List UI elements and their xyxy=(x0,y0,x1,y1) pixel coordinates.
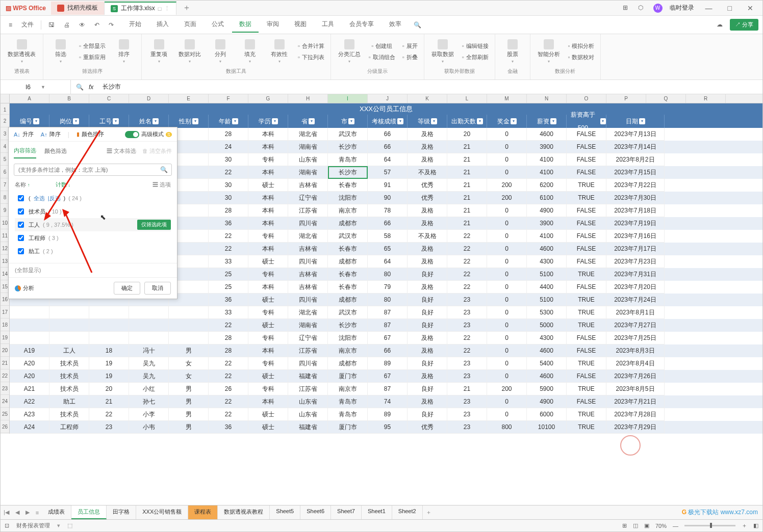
row-header-23[interactable]: 23 xyxy=(1,382,9,395)
cell[interactable]: 28 xyxy=(209,128,248,141)
cell[interactable]: 青岛市 xyxy=(328,408,368,421)
ribbon-数据透视表[interactable]: 数据透视表▾ xyxy=(4,36,40,67)
cell[interactable]: 5100 xyxy=(527,268,567,281)
cell[interactable]: 22 xyxy=(447,243,487,255)
cell[interactable] xyxy=(49,332,89,344)
avatar[interactable]: W xyxy=(653,4,663,13)
cell[interactable]: 95 xyxy=(368,421,408,434)
cell[interactable]: 20 xyxy=(89,383,129,395)
cell[interactable]: 23 xyxy=(447,294,487,306)
cell[interactable]: 80 xyxy=(368,268,408,281)
cancel-button[interactable]: 取消 xyxy=(144,282,171,295)
cell[interactable]: 91 xyxy=(368,179,408,192)
cell[interactable]: 技术员 xyxy=(49,357,89,370)
cell[interactable]: 武汉市 xyxy=(328,128,368,141)
cell[interactable]: 0 xyxy=(487,217,527,230)
cell[interactable]: 36 xyxy=(209,217,248,230)
cell[interactable]: 硕士 xyxy=(248,179,288,192)
row-header-2[interactable]: 2 xyxy=(1,115,9,127)
cell[interactable]: 本科 xyxy=(248,204,288,217)
cell[interactable]: 2023年7月23日 xyxy=(606,255,665,268)
cell[interactable]: 24 xyxy=(209,141,248,153)
cell[interactable]: FALSE xyxy=(567,243,606,255)
cell[interactable]: 优秀 xyxy=(408,421,447,434)
cell[interactable]: 57 xyxy=(368,166,408,179)
cell[interactable]: 67 xyxy=(368,332,408,344)
cell[interactable]: 湖南省 xyxy=(288,166,328,179)
cell[interactable]: 及格 xyxy=(408,255,447,268)
zoom-level[interactable]: 70% xyxy=(655,523,667,529)
menu-button[interactable]: ≡ xyxy=(5,19,16,31)
table-row[interactable]: 33专科湖北省武汉市87良好2305300TRUE2023年8月1日 xyxy=(10,306,762,319)
zoom-slider[interactable] xyxy=(684,525,735,526)
filter-item[interactable]: 工人 ( 9 , 37.5% )仅筛选此项 xyxy=(15,218,171,231)
cell[interactable]: 湖北省 xyxy=(288,128,328,141)
cell[interactable] xyxy=(10,332,49,344)
cell[interactable]: 80 xyxy=(368,294,408,306)
appstore-icon[interactable]: ⊞ xyxy=(623,4,631,12)
cell[interactable]: 66 xyxy=(368,217,408,230)
preview-icon[interactable]: 👁 xyxy=(75,19,89,31)
cell[interactable]: 女 xyxy=(169,357,209,370)
cell[interactable]: 厦门市 xyxy=(328,421,368,434)
row-header-19[interactable]: 19 xyxy=(1,331,9,344)
ribbon-排序[interactable]: 排序▾ xyxy=(110,36,138,67)
cell[interactable]: 78 xyxy=(368,204,408,217)
row-header-21[interactable]: 21 xyxy=(1,357,9,369)
cell[interactable]: 福建省 xyxy=(288,421,328,434)
sidebar-toggle-icon[interactable]: ◧ xyxy=(753,522,758,529)
cell[interactable]: 4100 xyxy=(527,230,567,243)
col-header-B[interactable]: B xyxy=(49,94,89,103)
sheet-tab[interactable]: Sheet1 xyxy=(362,506,392,519)
cell[interactable]: 良好 xyxy=(408,383,447,395)
cell[interactable]: 江苏省 xyxy=(288,204,328,217)
cell[interactable]: 66 xyxy=(368,141,408,153)
cell[interactable]: 吉林省 xyxy=(288,179,328,192)
cell[interactable]: 22 xyxy=(209,243,248,255)
cell[interactable]: 4900 xyxy=(527,395,567,408)
ribbon-模拟分析[interactable]: ▫模拟分析 xyxy=(565,40,598,51)
col-name-header[interactable]: 名称↑ xyxy=(15,181,30,189)
cell[interactable]: FALSE xyxy=(567,344,606,357)
cell[interactable]: 硕士 xyxy=(248,319,288,332)
cell[interactable]: 工人 xyxy=(49,344,89,357)
filter-dropdown-icon[interactable]: ▾ xyxy=(73,118,79,124)
ribbon-重新应用[interactable]: ▫重新应用 xyxy=(76,51,109,63)
col-header-P[interactable]: P xyxy=(606,94,646,103)
fx-icon[interactable]: fx xyxy=(89,84,93,91)
filter-item[interactable]: 技术员 ( 10 ) xyxy=(15,205,171,218)
cell[interactable]: 21 xyxy=(447,166,487,179)
table-row[interactable]: 28专科辽宁省沈阳市67及格2204300FALSE2023年7月25日 xyxy=(10,332,762,344)
cell[interactable]: 22 xyxy=(209,370,248,383)
cell[interactable]: 18 xyxy=(89,344,129,357)
ribbon-合并计算[interactable]: ▫合并计算 xyxy=(295,40,327,51)
cell[interactable]: 0 xyxy=(487,255,527,268)
cell[interactable]: 22 xyxy=(447,268,487,281)
cell[interactable]: 本科 xyxy=(248,344,288,357)
sheet-tab[interactable]: 田字格 xyxy=(107,506,136,519)
cell[interactable]: 2023年7月17日 xyxy=(606,243,665,255)
cell[interactable]: A21 xyxy=(10,383,49,395)
cell[interactable]: 硕士 xyxy=(248,421,288,434)
cell[interactable]: 64 xyxy=(368,153,408,166)
cell[interactable]: 2023年8月5日 xyxy=(606,383,665,395)
ribbon-有效性[interactable]: 有效性▾ xyxy=(265,36,294,67)
cell[interactable]: 0 xyxy=(487,281,527,294)
ribbon-全部显示[interactable]: ▫全部显示 xyxy=(76,40,109,51)
cell[interactable]: 长沙市 xyxy=(328,166,368,179)
cell[interactable]: 吉林省 xyxy=(288,243,328,255)
col-header-cell[interactable]: 学历▾ xyxy=(248,115,288,128)
cell[interactable]: 30 xyxy=(209,179,248,192)
cell[interactable]: 2023年7月26日 xyxy=(606,370,665,383)
cell[interactable]: TRUE xyxy=(567,421,606,434)
cell[interactable]: 辽宁省 xyxy=(288,192,328,204)
cell[interactable]: 21 xyxy=(447,153,487,166)
cell[interactable]: 2023年7月21日 xyxy=(606,395,665,408)
col-header-G[interactable]: G xyxy=(248,94,288,103)
cell[interactable]: 87 xyxy=(368,306,408,319)
status-cell-icon[interactable]: ⊡ xyxy=(5,522,9,529)
ok-button[interactable]: 确定 xyxy=(114,282,140,295)
col-header-O[interactable]: O xyxy=(567,94,606,103)
cube-icon[interactable]: ⬡ xyxy=(638,4,646,12)
cell[interactable]: 58 xyxy=(368,230,408,243)
